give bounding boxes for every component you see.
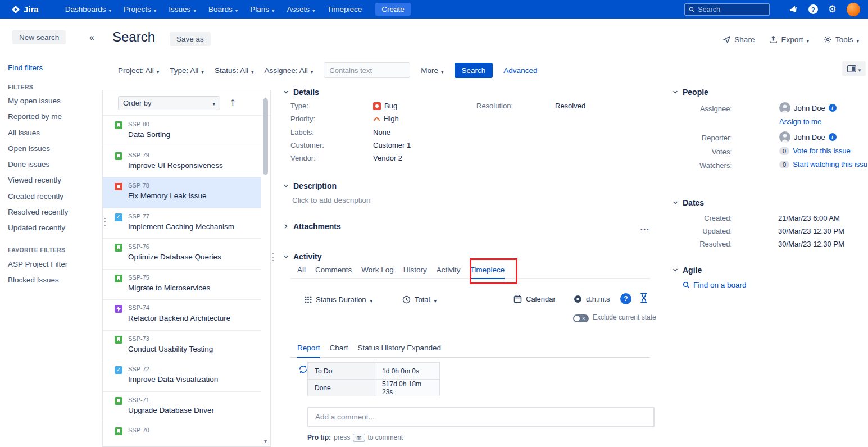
issue-type-value[interactable]: Bug: [373, 102, 411, 110]
sidebar-item-my-open-issues[interactable]: My open issues: [8, 93, 68, 109]
panel-resize-handle[interactable]: [104, 217, 106, 227]
nav-search-input[interactable]: [698, 6, 765, 13]
tab-status-history-expanded[interactable]: Status History Expanded: [358, 344, 442, 357]
create-button[interactable]: Create: [375, 3, 411, 16]
chevron-down-icon[interactable]: [283, 253, 289, 260]
settings-gear-icon[interactable]: [828, 4, 837, 14]
nav-plans[interactable]: Plans: [244, 0, 280, 19]
chevron-down-icon[interactable]: [283, 183, 289, 189]
labels-value[interactable]: None: [373, 128, 411, 136]
assignee-filter-dropdown[interactable]: Assignee: All: [264, 66, 313, 75]
issue-row[interactable]: SSP-79Improve UI Responsiveness: [103, 147, 261, 178]
tab-timepiece[interactable]: Timepiece: [470, 266, 505, 279]
sidebar-item-done-issues[interactable]: Done issues: [8, 157, 68, 172]
assignee-name[interactable]: John Doe: [794, 104, 825, 112]
display-format-dropdown[interactable]: d.h.m.s: [574, 295, 610, 303]
sidebar-item-updated-recently[interactable]: Updated recently: [8, 220, 68, 236]
add-description-placeholder[interactable]: Click to add description: [292, 196, 371, 204]
search-button[interactable]: Search: [455, 63, 493, 78]
info-icon[interactable]: i: [829, 104, 837, 112]
find-on-board-link[interactable]: Find on a board: [683, 281, 747, 289]
sidebar-item-viewed-recently[interactable]: Viewed recently: [8, 172, 68, 188]
nav-timepiece[interactable]: Timepiece: [321, 0, 369, 19]
nav-issues[interactable]: Issues: [162, 0, 202, 19]
chevron-down-icon[interactable]: [672, 267, 679, 273]
sidebar-item-created-recently[interactable]: Created recently: [8, 189, 68, 204]
tab-report[interactable]: Report: [297, 344, 320, 358]
tools-dropdown[interactable]: Tools: [824, 35, 859, 44]
help-icon[interactable]: ?: [620, 293, 631, 304]
issue-row[interactable]: SSP-74Refactor Backend Architecture: [103, 300, 261, 331]
info-icon[interactable]: i: [829, 133, 837, 141]
nav-assets[interactable]: Assets: [281, 0, 321, 19]
issue-row[interactable]: SSP-71Upgrade Database Driver: [103, 392, 261, 423]
nav-projects[interactable]: Projects: [117, 0, 162, 19]
collapse-sidebar-icon[interactable]: [89, 33, 94, 43]
announcement-megaphone-icon[interactable]: [788, 5, 798, 14]
tab-chart[interactable]: Chart: [330, 344, 348, 357]
tab-all[interactable]: All: [297, 266, 306, 278]
sort-direction-button[interactable]: [229, 98, 237, 108]
chevron-down-icon[interactable]: [672, 89, 679, 95]
save-as-button[interactable]: Save as: [170, 32, 211, 46]
assign-to-me-link[interactable]: Assign to me: [779, 117, 821, 126]
scrollbar-thumb[interactable]: [263, 98, 268, 175]
help-icon[interactable]: ?: [808, 4, 818, 14]
customer-value[interactable]: Customer 1: [373, 141, 411, 149]
hourglass-icon[interactable]: [640, 293, 648, 305]
order-by-select[interactable]: Order by: [118, 96, 220, 110]
calendar-button[interactable]: Calendar: [513, 295, 556, 303]
more-filters-dropdown[interactable]: More: [421, 66, 443, 75]
share-button[interactable]: Share: [722, 35, 755, 44]
sidebar-item-open-issues[interactable]: Open issues: [8, 141, 68, 157]
issue-row-selected[interactable]: SSP-78Fix Memory Leak Issue: [103, 177, 261, 208]
issue-row[interactable]: SSP-72Improve Data Visualization: [103, 361, 261, 392]
sidebar-item-reported-by-me[interactable]: Reported by me: [8, 109, 68, 125]
user-avatar[interactable]: [847, 3, 860, 16]
status-duration-dropdown[interactable]: Status Duration: [305, 295, 372, 304]
sidebar-item-resolved-recently[interactable]: Resolved recently: [8, 204, 68, 220]
issue-row[interactable]: SSP-80Data Sorting: [103, 116, 261, 147]
tab-history[interactable]: History: [403, 266, 427, 278]
jira-logo[interactable]: Jira: [11, 4, 39, 14]
nav-search-box[interactable]: [684, 3, 770, 16]
issue-key: SSP-80: [128, 121, 170, 127]
issue-row[interactable]: SSP-76Optimize Database Queries: [103, 239, 261, 270]
issue-row[interactable]: SSP-77Implement Caching Mechanism: [103, 208, 261, 239]
chevron-down-icon[interactable]: [672, 199, 679, 206]
issue-row[interactable]: SSP-70: [103, 422, 261, 446]
new-search-button[interactable]: New search: [12, 30, 66, 44]
vote-for-issue-link[interactable]: Vote for this issue: [793, 147, 851, 155]
total-dropdown[interactable]: Total: [402, 295, 437, 304]
project-filter-dropdown[interactable]: Project: All: [118, 66, 159, 75]
sidebar-item-blocked-issues[interactable]: Blocked Issues: [8, 272, 67, 288]
start-watching-link[interactable]: Start watching this issue: [793, 160, 867, 168]
sidebar-item-all-issues[interactable]: All issues: [8, 125, 68, 141]
tab-activity[interactable]: Activity: [437, 266, 461, 278]
nav-boards[interactable]: Boards: [202, 0, 244, 19]
nav-dashboards[interactable]: Dashboards: [59, 0, 117, 19]
sidebar-item-asp-project-filter[interactable]: ASP Project Filter: [8, 257, 67, 272]
advanced-search-link[interactable]: Advanced: [503, 66, 537, 75]
scroll-down-arrow[interactable]: [261, 435, 270, 445]
chevron-right-icon[interactable]: [283, 223, 289, 230]
chevron-down-icon[interactable]: [283, 89, 289, 95]
type-filter-dropdown[interactable]: Type: All: [170, 66, 204, 75]
priority-value[interactable]: High: [373, 115, 411, 123]
panel-resize-handle[interactable]: [272, 252, 274, 263]
tab-comments[interactable]: Comments: [315, 266, 352, 278]
vendor-value[interactable]: Vendor 2: [373, 154, 411, 162]
status-filter-dropdown[interactable]: Status: All: [215, 66, 254, 75]
contains-text-input[interactable]: [324, 62, 410, 78]
issue-title: Implement Caching Mechanism: [128, 222, 234, 231]
issue-row[interactable]: SSP-73Conduct Usability Testing: [103, 331, 261, 362]
exclude-current-state-toggle[interactable]: ×: [573, 314, 589, 322]
find-filters-link[interactable]: Find filters: [8, 63, 43, 72]
tab-work-log[interactable]: Work Log: [361, 266, 394, 278]
reporter-name[interactable]: John Doe: [794, 133, 825, 142]
view-layout-toggle[interactable]: [842, 61, 866, 76]
export-dropdown[interactable]: Export: [769, 35, 809, 44]
issue-row[interactable]: SSP-75Migrate to Microservices: [103, 270, 261, 300]
comment-input[interactable]: [307, 407, 655, 427]
attachments-more-button[interactable]: [640, 224, 650, 234]
